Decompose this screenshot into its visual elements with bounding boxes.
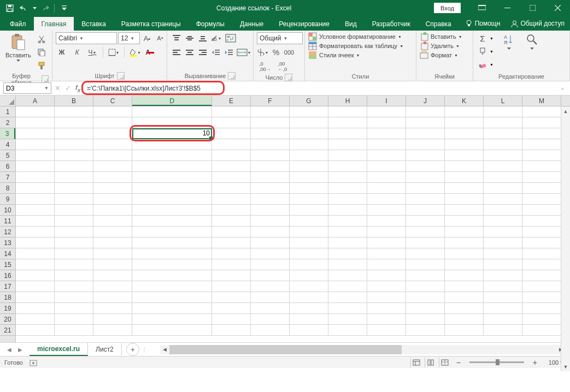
- cell[interactable]: [132, 183, 212, 194]
- cell[interactable]: [522, 117, 561, 128]
- col-header[interactable]: L: [484, 96, 522, 106]
- hscroll-thumb[interactable]: [169, 345, 402, 354]
- underline-button[interactable]: Ч ▼: [86, 46, 98, 58]
- tab-file[interactable]: Файл: [2, 17, 34, 31]
- increase-indent-icon[interactable]: [223, 46, 235, 58]
- cell[interactable]: [406, 150, 445, 161]
- cell[interactable]: [93, 216, 132, 227]
- cell[interactable]: [55, 237, 93, 248]
- cell[interactable]: 10: [132, 128, 212, 139]
- format-cells-button[interactable]: Формат▼: [420, 51, 458, 60]
- cell[interactable]: [484, 172, 522, 183]
- delete-cells-button[interactable]: Удалить▼: [420, 41, 460, 50]
- clipboard-dialog-launcher[interactable]: [42, 75, 49, 83]
- cell[interactable]: [328, 227, 367, 237]
- autosum-icon[interactable]: Σ: [477, 32, 489, 44]
- cell[interactable]: [16, 183, 55, 194]
- cell[interactable]: [367, 150, 406, 161]
- cell[interactable]: [132, 216, 212, 227]
- cell[interactable]: [406, 270, 445, 281]
- cell[interactable]: [251, 194, 290, 205]
- row-header[interactable]: 11: [0, 216, 15, 227]
- cell[interactable]: [522, 128, 561, 139]
- font-size-combo[interactable]: 12▼: [118, 32, 140, 44]
- cell[interactable]: [328, 237, 367, 248]
- cell[interactable]: [522, 172, 561, 183]
- tab-scroll-menu-icon[interactable]: ⋮: [139, 347, 149, 353]
- zoom-thumb[interactable]: [496, 359, 500, 365]
- col-header[interactable]: E: [212, 96, 251, 106]
- cell[interactable]: [55, 106, 93, 117]
- conditional-format-button[interactable]: Условное форматирование▼: [308, 32, 402, 41]
- cell[interactable]: [16, 270, 55, 281]
- cell[interactable]: [367, 172, 406, 183]
- merge-icon[interactable]: ▼: [236, 46, 251, 58]
- cell[interactable]: [484, 128, 522, 139]
- cell[interactable]: [55, 292, 93, 303]
- cell[interactable]: [212, 237, 251, 248]
- cell[interactable]: [406, 183, 445, 194]
- format-painter-icon[interactable]: [36, 60, 48, 72]
- tab-formulas[interactable]: Формулы: [189, 17, 232, 31]
- cell[interactable]: [55, 128, 93, 139]
- row-header[interactable]: 18: [0, 292, 15, 303]
- cell[interactable]: [132, 270, 212, 281]
- cell[interactable]: [290, 139, 328, 150]
- cell-styles-button[interactable]: Стили ячеек▼: [308, 51, 360, 60]
- tab-view[interactable]: Вид: [337, 17, 365, 31]
- cell[interactable]: [16, 128, 55, 139]
- cell[interactable]: [16, 237, 55, 248]
- bold-button[interactable]: Ж: [56, 46, 68, 58]
- sheet-tab[interactable]: Лист2: [88, 343, 122, 355]
- cell[interactable]: [406, 303, 445, 314]
- cell[interactable]: [522, 150, 561, 161]
- cell[interactable]: [212, 194, 251, 205]
- cell[interactable]: [16, 205, 55, 216]
- cell[interactable]: [290, 259, 328, 270]
- cell[interactable]: [406, 106, 445, 117]
- cell[interactable]: [212, 172, 251, 183]
- cell[interactable]: [132, 248, 212, 259]
- cell[interactable]: [290, 117, 328, 128]
- cell[interactable]: [16, 292, 55, 303]
- cell[interactable]: [328, 325, 367, 336]
- cell[interactable]: [406, 227, 445, 237]
- cell[interactable]: [522, 227, 561, 237]
- cell[interactable]: [16, 314, 55, 325]
- cell[interactable]: [522, 237, 561, 248]
- cell[interactable]: [212, 150, 251, 161]
- cell[interactable]: [328, 128, 367, 139]
- col-header[interactable]: I: [367, 96, 406, 106]
- row-header[interactable]: 4: [0, 139, 15, 150]
- macro-record-icon[interactable]: [30, 359, 37, 366]
- cell[interactable]: [132, 292, 212, 303]
- accounting-icon[interactable]: ▼: [257, 46, 269, 58]
- cell[interactable]: [484, 216, 522, 227]
- cell[interactable]: [522, 161, 561, 172]
- cell[interactable]: [93, 314, 132, 325]
- cell[interactable]: [522, 248, 561, 259]
- cell[interactable]: [290, 194, 328, 205]
- align-middle-icon[interactable]: [184, 32, 196, 44]
- cell[interactable]: [93, 183, 132, 194]
- cell[interactable]: [290, 216, 328, 227]
- cell[interactable]: [328, 259, 367, 270]
- cell[interactable]: [16, 227, 55, 237]
- cell[interactable]: [484, 161, 522, 172]
- font-name-combo[interactable]: Calibri▼: [56, 32, 117, 44]
- cell[interactable]: [484, 292, 522, 303]
- cell[interactable]: [406, 128, 445, 139]
- cell[interactable]: [212, 292, 251, 303]
- zoom-in-button[interactable]: +: [530, 358, 540, 367]
- cell[interactable]: [367, 259, 406, 270]
- sheet-nav-prev-icon[interactable]: ◀: [4, 347, 14, 353]
- horizontal-scrollbar[interactable]: ◀ ▶: [160, 345, 566, 354]
- cell[interactable]: [290, 292, 328, 303]
- sheet-nav-next-icon[interactable]: ▶: [15, 347, 25, 353]
- cell[interactable]: [251, 303, 290, 314]
- cell[interactable]: [328, 183, 367, 194]
- cell[interactable]: [445, 161, 484, 172]
- enter-formula-icon[interactable]: ✓: [65, 84, 71, 92]
- cell[interactable]: [367, 227, 406, 237]
- cell[interactable]: [212, 128, 251, 139]
